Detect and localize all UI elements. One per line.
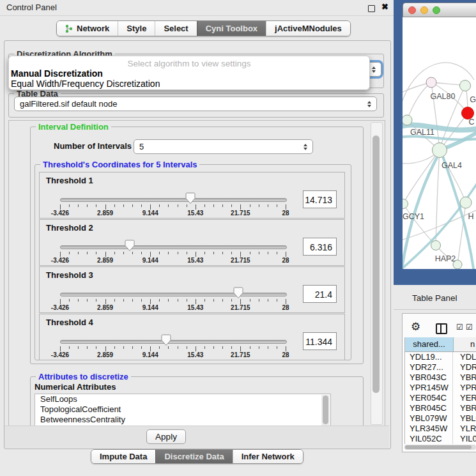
- scrollbar-thumb[interactable]: [372, 135, 380, 393]
- cell-name[interactable]: YBR0: [453, 372, 476, 383]
- slider-thumb[interactable]: [125, 240, 135, 252]
- table-row[interactable]: YBR045CYBR0: [405, 403, 476, 413]
- tab-label: Impute Data: [100, 452, 147, 461]
- cell-name[interactable]: YDR2: [453, 362, 476, 372]
- attribute-item-selfloops[interactable]: SelfLoops: [35, 394, 330, 404]
- dropdown-option-manual-discretization[interactable]: Manual Discretization: [11, 68, 103, 79]
- table-row[interactable]: YIL052CYIL0: [405, 434, 476, 444]
- table-row[interactable]: YBL079WYBL0: [405, 413, 476, 424]
- table-row[interactable]: YDR27...YDR2: [405, 362, 476, 372]
- tick-label: 21.715: [231, 210, 250, 217]
- scrollbar-thumb[interactable]: [405, 445, 472, 449]
- table-row[interactable]: YLR345WYLR3: [405, 424, 476, 434]
- table-row[interactable]: YDL19...YDL1: [405, 352, 476, 362]
- table-row[interactable]: YBR043CYBR0: [405, 372, 476, 383]
- numerical-attributes-label: Numerical Attributes: [35, 382, 116, 392]
- slider-thumb[interactable]: [161, 334, 171, 346]
- table-data-combo[interactable]: galFiltered.sif default node: [14, 96, 377, 111]
- tab-discretize-data[interactable]: Discretize Data: [155, 450, 232, 463]
- node-label-gal4: GAL4: [441, 161, 462, 170]
- cell-shared-name[interactable]: YLR345W: [405, 424, 453, 434]
- table-horizontal-scrollbar[interactable]: [404, 445, 476, 450]
- cell-shared-name[interactable]: YBL079W: [405, 413, 453, 424]
- cell-shared-name[interactable]: YPR145W: [405, 383, 453, 393]
- float-window-icon[interactable]: [368, 5, 375, 12]
- network-node-gcy1[interactable]: [403, 199, 408, 209]
- split-view-icon[interactable]: [436, 323, 447, 334]
- cell-name[interactable]: YER0: [453, 393, 476, 403]
- cell-name[interactable]: YIL0: [453, 434, 476, 444]
- network-graph: GAL80GCGAL11GAL4GCY1HHAP2: [403, 17, 476, 269]
- threshold-value-field[interactable]: 14.713: [303, 190, 337, 208]
- tab-infer-network[interactable]: Infer Network: [233, 450, 303, 463]
- threshold-value-field[interactable]: 6.316: [303, 238, 337, 256]
- tab-label: jActiveMNodules: [275, 24, 342, 33]
- slider-track[interactable]: [60, 198, 287, 202]
- table-row[interactable]: YER054CYER0: [405, 393, 476, 403]
- cell-shared-name[interactable]: YBR043C: [405, 372, 453, 383]
- tick-label: 28: [282, 257, 289, 264]
- cell-name[interactable]: YLR3: [453, 424, 476, 434]
- gear-icon[interactable]: ⚙: [411, 321, 420, 332]
- close-icon[interactable]: ✖: [381, 2, 388, 12]
- column-header-shared-name[interactable]: shared...: [405, 337, 454, 351]
- threshold-value-field[interactable]: 21.4: [303, 285, 337, 303]
- table-data-combo-value: galFiltered.sif default node: [20, 99, 117, 109]
- network-node-hap2[interactable]: [431, 241, 441, 250]
- num-intervals-combo[interactable]: 5: [134, 139, 313, 154]
- network-node-node-top-right[interactable]: [460, 81, 471, 91]
- tab-jactivemnodules[interactable]: jActiveMNodules: [266, 21, 350, 36]
- cell-name[interactable]: YBL0: [453, 413, 476, 424]
- list-scrollbar[interactable]: [321, 395, 330, 426]
- network-node-gal4[interactable]: [433, 143, 447, 158]
- slider-thumb[interactable]: [233, 287, 243, 299]
- network-edge: [436, 150, 440, 245]
- network-node-gal11[interactable]: [403, 115, 412, 125]
- cell-shared-name[interactable]: YIL052C: [405, 434, 453, 444]
- threshold-value-field[interactable]: 11.344: [303, 332, 337, 350]
- network-node-h-node[interactable]: [460, 197, 472, 208]
- tab-network[interactable]: Network: [57, 21, 118, 36]
- node-label-h: H: [468, 212, 473, 221]
- zoom-traffic-light-icon[interactable]: [433, 6, 440, 14]
- tick-label: 15.43: [187, 304, 203, 311]
- threshold-label: Threshold 4: [46, 318, 93, 327]
- attribute-item-betweennesscentrality[interactable]: BetweennessCentrality: [35, 415, 330, 425]
- slider-thumb[interactable]: [185, 192, 196, 204]
- tab-cyni-toolbox[interactable]: Cyni Toolbox: [197, 21, 266, 36]
- threshold-panel-3: Threshold 3 -3.4262.8599.14415.4321.7152…: [39, 266, 345, 313]
- dropdown-option-equal-width-frequency[interactable]: Equal Width/Frequency Discretization: [11, 79, 160, 89]
- cell-name[interactable]: YBR0: [453, 403, 476, 413]
- tab-impute-data[interactable]: Impute Data: [91, 450, 155, 463]
- network-node-gal80[interactable]: [426, 77, 436, 88]
- tick-label: 2.859: [97, 257, 113, 264]
- tab-label: Network: [77, 24, 109, 33]
- apply-button[interactable]: Apply: [146, 429, 186, 444]
- network-canvas[interactable]: GAL80GCGAL11GAL4GCY1HHAP2: [403, 17, 476, 269]
- checkbox-icon[interactable]: ☑: [466, 323, 473, 332]
- network-window-titlebar[interactable]: [403, 3, 476, 17]
- cell-name[interactable]: YDL1: [453, 352, 476, 362]
- node-label-g: G: [470, 95, 476, 104]
- attribute-item-topologicalcoefficient[interactable]: TopologicalCoefficient: [35, 404, 330, 415]
- cell-shared-name[interactable]: YDR27...: [405, 362, 453, 372]
- checkbox-icon[interactable]: ☑: [456, 323, 463, 332]
- cell-shared-name[interactable]: YBR045C: [405, 403, 453, 413]
- tab-style[interactable]: Style: [118, 21, 155, 36]
- cell-shared-name[interactable]: YER054C: [405, 393, 453, 403]
- node-label-gal80: GAL80: [431, 92, 456, 101]
- cell-shared-name[interactable]: YDL19...: [405, 352, 453, 362]
- cell-name[interactable]: YPR1: [453, 383, 476, 393]
- settings-vertical-scrollbar[interactable]: [371, 122, 383, 425]
- tick-label: 28: [282, 351, 289, 358]
- slider-track[interactable]: [60, 340, 287, 344]
- close-traffic-light-icon[interactable]: [408, 6, 416, 14]
- minimize-traffic-light-icon[interactable]: [420, 6, 428, 14]
- tick-label: 9.144: [142, 257, 158, 264]
- slider-track[interactable]: [60, 245, 287, 249]
- slider-track[interactable]: [60, 293, 287, 296]
- table-row[interactable]: YPR145WYPR1: [405, 383, 476, 393]
- tab-select[interactable]: Select: [155, 21, 196, 36]
- node-label-gcy1: GCY1: [403, 212, 424, 221]
- column-header-name[interactable]: n: [454, 337, 476, 351]
